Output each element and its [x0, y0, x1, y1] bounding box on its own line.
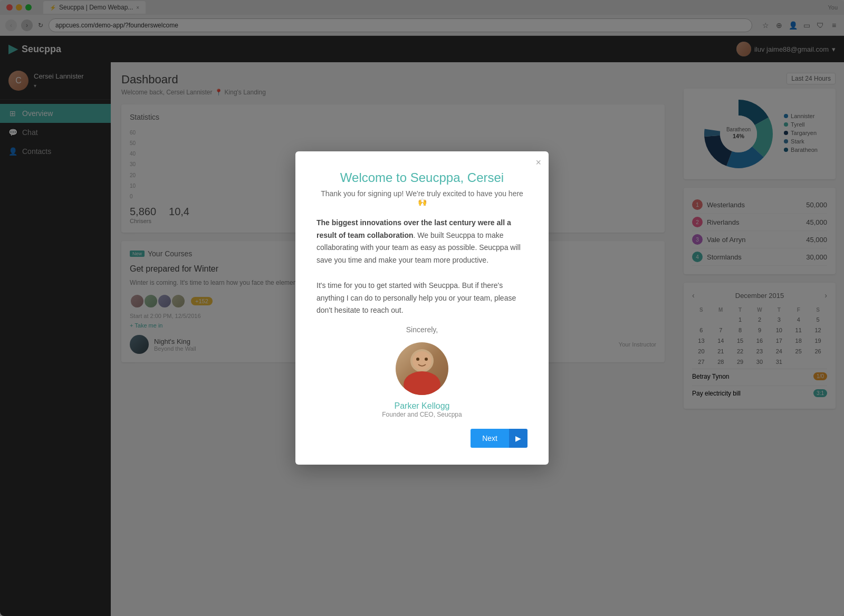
modal-sincerely: Sincerely,: [316, 325, 528, 334]
next-button[interactable]: Next: [471, 429, 509, 448]
modal-subtitle: Thank you for signing up! We're truly ex…: [316, 189, 528, 206]
modal-footer: Next ▶: [316, 429, 528, 448]
svg-point-12: [425, 358, 428, 361]
modal-person-title: Founder and CEO, Seucppa: [316, 411, 528, 418]
modal-person-name[interactable]: Parker Kellogg: [316, 401, 528, 411]
person-face-svg: [396, 342, 448, 395]
next-button-arrow[interactable]: ▶: [509, 429, 528, 448]
person-photo-placeholder: [396, 342, 448, 395]
modal-title: Welcome to Seucppa, Cersei: [316, 170, 528, 185]
svg-point-10: [413, 351, 431, 370]
modal-body-paragraph2: It's time for you to get started with Se…: [316, 280, 528, 317]
svg-point-11: [416, 358, 419, 361]
modal-close-button[interactable]: ×: [535, 158, 541, 167]
welcome-modal: × Welcome to Seucppa, Cersei Thank you f…: [295, 151, 549, 465]
modal-overlay: × Welcome to Seucppa, Cersei Thank you f…: [0, 0, 844, 616]
svg-point-9: [404, 371, 440, 395]
modal-person-photo: [396, 342, 448, 395]
modal-body: The biggest innovations over the last ce…: [316, 217, 528, 317]
